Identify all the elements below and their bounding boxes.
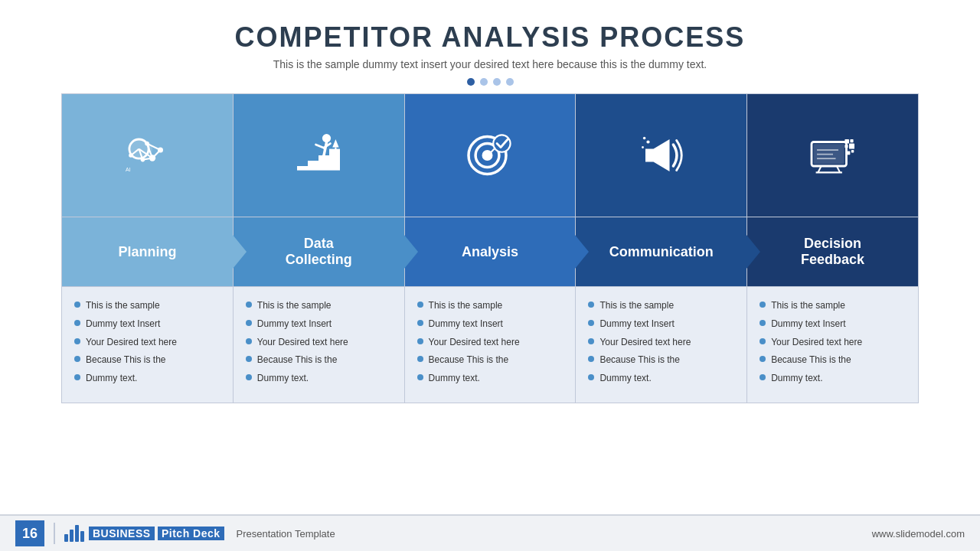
dot-3[interactable] — [493, 78, 501, 86]
bullet-text: Dummy text Insert — [771, 318, 845, 331]
planning-label: Planning — [118, 244, 176, 260]
bullet-text: Dummy text. — [429, 372, 480, 385]
arrow-1 — [233, 235, 247, 269]
icon-cell-planning: AI — [62, 94, 234, 217]
bullets-analysis: This is the sample Dummy text Insert You… — [405, 287, 577, 403]
footer-divider — [54, 523, 55, 544]
bullet-dot — [417, 356, 423, 362]
label-decision-feedback: Decision Feedback — [747, 217, 918, 286]
bullet-dot — [760, 320, 766, 326]
bullet-text: This is the sample — [599, 299, 674, 312]
dot-1[interactable] — [467, 78, 475, 86]
brand-text: BUSINESS — [89, 527, 155, 540]
list-item: Because This is the — [588, 354, 737, 367]
footer-tagline: Presentation Template — [237, 528, 335, 540]
svg-rect-43 — [850, 139, 853, 142]
target-check-icon — [463, 129, 517, 182]
svg-text:AI: AI — [126, 167, 131, 172]
bullet-dot — [246, 302, 252, 308]
svg-line-4 — [152, 150, 161, 158]
bullet-dot — [588, 356, 594, 362]
svg-marker-25 — [332, 139, 338, 148]
list-item: Dummy text. — [760, 372, 909, 385]
bullet-dot — [760, 302, 766, 308]
bullet-dot — [74, 356, 80, 362]
bullet-dot — [417, 320, 423, 326]
icon-cell-communication — [576, 94, 747, 217]
slide-subtitle: This is the sample dummy text insert you… — [61, 58, 919, 70]
bullet-row: This is the sample Dummy text Insert You… — [61, 287, 919, 403]
list-item: Because This is the — [246, 354, 395, 367]
dot-4[interactable] — [506, 78, 514, 86]
label-planning: Planning — [62, 217, 234, 286]
svg-rect-23 — [318, 155, 329, 171]
list-item: Dummy text. — [417, 372, 567, 385]
list-item: Dummy text. — [74, 372, 224, 385]
bullet-dot — [417, 338, 423, 344]
list-item: Your Desired text here — [760, 336, 909, 349]
bullets-decision-feedback: This is the sample Dummy text Insert You… — [747, 287, 918, 403]
footer-url: www.slidemodel.com — [872, 528, 965, 540]
dot-2[interactable] — [480, 78, 488, 86]
list-item: Your Desired text here — [588, 336, 737, 349]
label-analysis: Analysis — [405, 217, 577, 286]
data-collecting-label: Data Collecting — [286, 236, 352, 268]
svg-line-32 — [490, 149, 495, 154]
list-item: Dummy text Insert — [246, 318, 395, 331]
svg-rect-22 — [308, 161, 318, 171]
arrow-3 — [575, 235, 589, 269]
brain-icon: AI — [120, 129, 174, 182]
svg-line-17 — [316, 145, 325, 148]
svg-rect-21 — [297, 166, 308, 171]
bullet-text: Because This is the — [429, 354, 509, 367]
footer-brand: BUSINESS Pitch Deck — [89, 527, 224, 540]
label-data-collecting: Data Collecting — [234, 217, 405, 286]
arrow-4 — [746, 235, 760, 269]
bar-1 — [64, 534, 68, 542]
list-item: Because This is the — [417, 354, 567, 367]
bullet-text: Dummy text Insert — [599, 318, 674, 331]
bullet-dot — [246, 320, 252, 326]
footer: 16 BUSINESS Pitch Deck Presentation Temp… — [0, 514, 980, 551]
bullet-dot — [760, 338, 766, 344]
icon-cell-decision-feedback — [747, 94, 918, 217]
list-item: Because This is the — [74, 354, 224, 367]
svg-rect-24 — [329, 149, 340, 171]
main-content: AI — [0, 93, 980, 514]
svg-rect-45 — [849, 144, 854, 149]
svg-point-36 — [643, 137, 646, 140]
bullet-text: Dummy text. — [599, 372, 651, 385]
analysis-label: Analysis — [462, 244, 518, 260]
bullet-text: Your Desired text here — [599, 336, 691, 349]
bullet-dot — [588, 320, 594, 326]
bullet-dot — [417, 374, 423, 380]
monitor-digital-icon — [806, 129, 860, 182]
bullet-text: Your Desired text here — [257, 336, 348, 349]
icon-cell-analysis — [405, 94, 577, 217]
svg-rect-46 — [846, 151, 850, 155]
footer-logo: BUSINESS Pitch Deck — [64, 525, 224, 542]
bullets-data-collecting: This is the sample Dummy text Insert You… — [234, 287, 405, 403]
bullets-communication: This is the sample Dummy text Insert You… — [576, 287, 747, 403]
list-item: Your Desired text here — [417, 336, 567, 349]
svg-marker-33 — [645, 139, 670, 171]
bullet-dot — [74, 320, 80, 326]
icon-row: AI — [61, 93, 919, 217]
list-item: This is the sample — [246, 299, 395, 312]
bullet-text: This is the sample — [257, 299, 332, 312]
bullet-dot — [246, 374, 252, 380]
page-number: 16 — [15, 520, 44, 546]
bullet-text: Your Desired text here — [86, 336, 177, 349]
bullet-text: Your Desired text here — [429, 336, 520, 349]
list-item: Dummy text Insert — [588, 318, 737, 331]
communication-label: Communication — [609, 244, 714, 260]
bullet-text: Dummy text Insert — [257, 318, 332, 331]
bullet-dot — [588, 302, 594, 308]
bar-2 — [70, 530, 74, 542]
svg-rect-44 — [844, 145, 848, 148]
bullet-text: Because This is the — [771, 354, 851, 367]
arrow-2 — [404, 235, 418, 269]
logo-bars — [64, 525, 84, 542]
bar-4 — [80, 531, 84, 542]
list-item: Because This is the — [760, 354, 909, 367]
